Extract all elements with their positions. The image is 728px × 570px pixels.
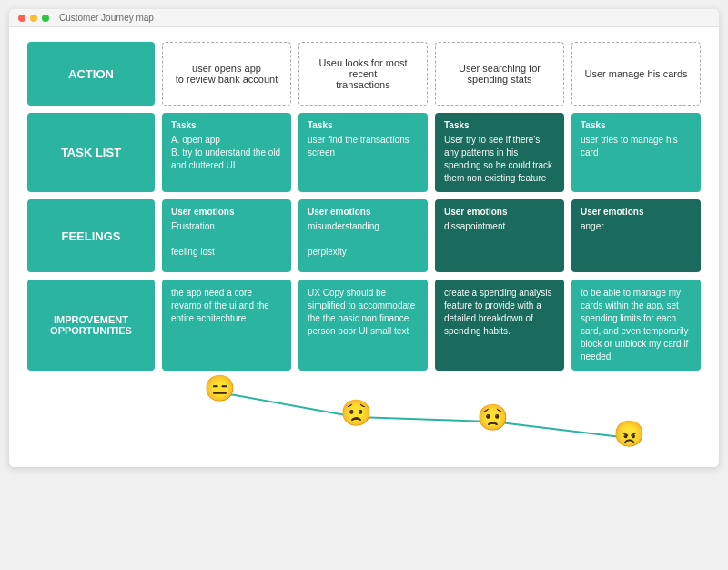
emoji-item-4: 😠 bbox=[613, 422, 645, 447]
feelings-title-4: User emotions bbox=[581, 207, 692, 217]
feelings-title-1: User emotions bbox=[171, 207, 282, 217]
journey-grid: ACTION user opens app to review bank acc… bbox=[27, 42, 701, 371]
improvement-body-1: the app need a core revamp of the ui and… bbox=[171, 287, 282, 325]
minimize-dot bbox=[30, 15, 37, 22]
task-cell-2: Tasks user find the transactions screen bbox=[298, 113, 428, 192]
task-body-3: User try to see if there's any patterns … bbox=[444, 134, 555, 185]
feelings-body-1: Frustration feeling lost bbox=[171, 220, 282, 259]
improvement-body-2: UX Copy should be simplified to accommod… bbox=[308, 287, 419, 338]
action-cell-2: Useu looks for most recent transactions bbox=[298, 42, 428, 106]
feelings-cell-3: User emotions dissapointment bbox=[435, 199, 564, 272]
titlebar: Customer Journey map bbox=[9, 9, 719, 27]
improvement-cell-1: the app need a core revamp of the ui and… bbox=[162, 280, 291, 371]
feelings-title-3: User emotions bbox=[444, 207, 555, 217]
emoji-row: 😑😟😟😠 bbox=[27, 376, 701, 458]
task-title-2: Tasks bbox=[308, 120, 419, 130]
maximize-dot bbox=[42, 15, 49, 22]
feelings-body-2: misunderstanding perplexity bbox=[308, 220, 419, 259]
action-cell-1: user opens app to review bank account bbox=[162, 42, 291, 106]
improvement-body-4: to be able to manage my cards within the… bbox=[581, 287, 692, 363]
action-label: ACTION bbox=[27, 42, 155, 106]
feelings-cell-2: User emotions misunderstanding perplexit… bbox=[298, 199, 428, 272]
task-cell-1: Tasks A. open app B. try to understand t… bbox=[162, 113, 291, 192]
task-body-2: user find the transactions screen bbox=[308, 134, 419, 159]
task-cell-3: Tasks User try to see if there's any pat… bbox=[435, 113, 564, 192]
action-cell-4: User manage his cards bbox=[571, 42, 701, 106]
feelings-cell-4: User emotions anger bbox=[571, 199, 701, 272]
main-window: Customer Journey map ACTION user opens a… bbox=[9, 9, 719, 467]
feelings-title-2: User emotions bbox=[308, 207, 419, 217]
close-dot bbox=[18, 15, 25, 22]
window-title: Customer Journey map bbox=[59, 13, 154, 23]
improvement-body-3: create a spending analysis feature to pr… bbox=[444, 287, 555, 338]
feelings-body-4: anger bbox=[581, 220, 692, 233]
task-title-1: Tasks bbox=[171, 120, 282, 130]
improvement-cell-2: UX Copy should be simplified to accommod… bbox=[298, 280, 428, 371]
improvement-label: IMPROVEMENT OPPORTUNITIES bbox=[27, 280, 155, 371]
emoji-item-2: 😟 bbox=[340, 401, 372, 426]
main-content: ACTION user opens app to review bank acc… bbox=[9, 27, 719, 467]
feelings-body-3: dissapointment bbox=[444, 220, 555, 233]
improvement-cell-4: to be able to manage my cards within the… bbox=[571, 280, 701, 371]
task-title-4: Tasks bbox=[581, 120, 692, 130]
emoji-item-1: 😑 bbox=[204, 376, 236, 402]
task-body-1: A. open app B. try to understand the old… bbox=[171, 134, 282, 172]
task-cell-4: Tasks user tries to manage his card bbox=[571, 113, 701, 192]
task-label: TASK LIST bbox=[27, 113, 155, 192]
task-title-3: Tasks bbox=[444, 120, 555, 130]
emoji-item-3: 😟 bbox=[477, 405, 509, 431]
action-cell-3: User searching for spending stats bbox=[435, 42, 564, 106]
feelings-cell-1: User emotions Frustration feeling lost bbox=[162, 199, 291, 272]
task-body-4: user tries to manage his card bbox=[581, 134, 692, 159]
feelings-label: FEELINGS bbox=[27, 199, 155, 272]
improvement-cell-3: create a spending analysis feature to pr… bbox=[435, 280, 564, 371]
